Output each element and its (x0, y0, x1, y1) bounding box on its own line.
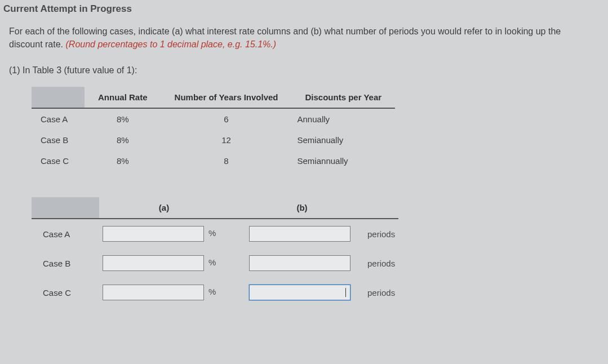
page-title: Current Attempt in Progress (3, 3, 602, 15)
cell-input-a: % (99, 248, 229, 278)
spacer (229, 197, 246, 219)
given-data-table: Annual Rate Number of Years Involved Dis… (32, 87, 395, 171)
periods-label: periods (367, 288, 395, 298)
cell-input-a: % (99, 219, 229, 248)
cell-years: 12 (161, 130, 292, 150)
answer-row: Case C % periods (32, 278, 398, 307)
rate-input-case-c[interactable] (103, 285, 204, 300)
table-row: Case C 8% 8 Semiannually (32, 150, 395, 171)
answer-row: Case A % periods (32, 219, 398, 248)
sub-heading: (1) In Table 3 (future value of 1): (9, 65, 602, 76)
row-label: Case A (32, 219, 99, 248)
row-label: Case B (32, 130, 85, 150)
cell-rate: 8% (85, 150, 161, 171)
cell-input-b (246, 248, 358, 278)
cell-discount: Semianually (292, 130, 396, 150)
row-label: Case C (32, 150, 85, 171)
periods-input-case-a[interactable] (249, 226, 350, 242)
row-label: Case C (32, 278, 99, 307)
periods-label: periods (367, 229, 395, 239)
cell-discount: Annually (292, 108, 396, 130)
table-row: Case B 8% 12 Semianually (32, 130, 395, 150)
spacer (358, 197, 398, 219)
row-label: Case A (32, 108, 85, 130)
text-cursor (345, 288, 346, 297)
cell-input-b (246, 219, 358, 248)
cell-discount: Semiannually (292, 150, 396, 171)
percent-label: % (208, 287, 216, 296)
cell-input-b (246, 278, 358, 307)
prompt-hint: (Round percentages to 1 decimal place, e… (66, 39, 277, 49)
col-a: (a) (99, 197, 229, 219)
question-prompt: For each of the following cases, indicat… (9, 25, 597, 51)
periods-input-case-c[interactable] (249, 285, 350, 300)
row-label: Case B (32, 248, 99, 278)
cell-years: 8 (161, 150, 292, 171)
table-corner (32, 197, 99, 219)
col-b: (b) (246, 197, 358, 219)
periods-label: periods (367, 259, 395, 268)
cell-years: 6 (161, 108, 292, 130)
answer-row: Case B % periods (32, 248, 398, 278)
cell-input-a: % (99, 278, 229, 307)
cell-rate: 8% (85, 130, 161, 150)
col-discounts: Discounts per Year (292, 87, 396, 108)
answer-table: (a) (b) Case A % periods (32, 197, 398, 307)
cell-rate: 8% (85, 108, 161, 130)
rate-input-case-a[interactable] (103, 226, 204, 242)
col-years: Number of Years Involved (161, 87, 292, 108)
percent-label: % (208, 258, 216, 267)
percent-label: % (208, 228, 216, 238)
table-corner (32, 87, 85, 108)
periods-input-case-b[interactable] (249, 255, 350, 271)
col-annual-rate: Annual Rate (85, 87, 161, 108)
rate-input-case-b[interactable] (103, 255, 204, 271)
table-row: Case A 8% 6 Annually (32, 108, 395, 130)
